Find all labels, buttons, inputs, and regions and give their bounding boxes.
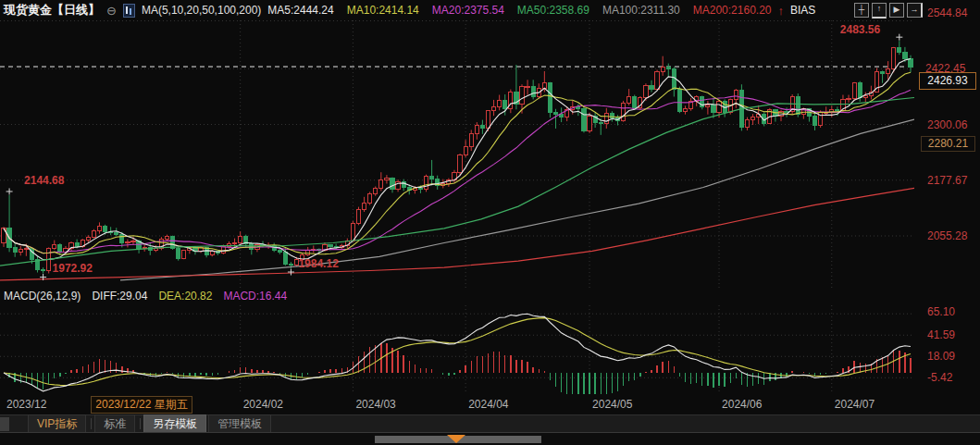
- tab-standard[interactable]: 标准: [94, 414, 135, 434]
- axis-price-label: 41.59: [927, 328, 955, 341]
- candlestick-style-icon[interactable]: [123, 4, 135, 18]
- price-annotation: 2144.68: [24, 174, 64, 187]
- trading-app: { "header": { "title": "现货黄金【日线】", "coll…: [0, 0, 980, 445]
- macd-chart-canvas[interactable]: [0, 305, 914, 394]
- tab-save-template[interactable]: 另存模板: [143, 414, 206, 434]
- symbol-title: 现货黄金【日线】: [4, 2, 100, 19]
- macd-diff-value: DIFF:29.04: [92, 290, 147, 303]
- date-label: 2024/05: [592, 398, 632, 411]
- ma-legend: MA5:2444.24MA10:2414.14MA20:2375.54MA50:…: [267, 4, 771, 17]
- date-axis: 2023/122023/12/22 星期五2024/022024/032024/…: [0, 396, 980, 413]
- date-label: 2024/02: [243, 398, 283, 411]
- axis-price-label: 18.09: [927, 350, 955, 363]
- ma-legend-value: MA100:2311.30: [602, 4, 680, 17]
- tab-bar-edge[interactable]: [0, 417, 9, 431]
- price-axis: 2422.45 2426.93 2280.21 2544.842300.0621…: [914, 0, 980, 426]
- chart-scrollbar[interactable]: [0, 432, 980, 445]
- template-tab-bar: VIP指标 标准 另存模板 管理模板: [0, 414, 980, 432]
- date-label: 2024/06: [722, 398, 762, 411]
- macd-bar-value: MACD:16.44: [223, 290, 287, 303]
- axis-price-label: 2055.28: [927, 229, 967, 242]
- macd-dea-value: DEA:20.82: [158, 290, 212, 303]
- date-label: 2023/12: [6, 398, 46, 411]
- tab-vip-indicators[interactable]: VIP指标: [28, 414, 86, 434]
- price-annotation: 1984.12: [298, 257, 338, 270]
- axis-price-label: 2300.06: [927, 118, 967, 131]
- price-annotation: 2483.56: [840, 23, 880, 36]
- price-chart-canvas[interactable]: [0, 20, 914, 289]
- tab-separator: [91, 418, 92, 429]
- current-price-box: 2426.93: [919, 72, 976, 90]
- secondary-price-box: 2280.21: [921, 136, 975, 152]
- ma-legend-value: MA200:2160.20: [693, 4, 772, 17]
- bias-indicator-label[interactable]: BIAS: [790, 4, 815, 17]
- ma-legend-value: MA50:2358.69: [517, 4, 589, 17]
- ma-legend-value: MA10:2414.14: [347, 4, 419, 17]
- axis-price-label: -5.42: [927, 371, 952, 384]
- date-label: 2024/04: [468, 398, 508, 411]
- date-label-selected: 2023/12/22 星期五: [91, 396, 192, 414]
- macd-header: MACD(26,12,9) DIFF:29.04 DEA:20.82 MACD:…: [4, 290, 287, 303]
- tab-manage-template[interactable]: 管理模板: [208, 414, 271, 434]
- macd-parameter-label: MACD(26,12,9): [4, 290, 81, 303]
- collapse-icon[interactable]: ⊖: [106, 4, 117, 18]
- ma-legend-value: MA5:2444.24: [267, 4, 333, 17]
- axis-price-label: 65.10: [927, 305, 955, 318]
- price-chart-panel[interactable]: 2144.681972.921984.122483.56: [0, 20, 914, 289]
- chart-header: 现货黄金【日线】 ⊖ MA(5,10,20,50,100,200) MA5:24…: [0, 0, 980, 20]
- tab-separator: [140, 418, 141, 429]
- price-annotation: 1972.92: [53, 262, 93, 275]
- macd-panel[interactable]: [0, 305, 914, 394]
- scrollbar-handle-icon[interactable]: [447, 435, 465, 443]
- ma-parameter-label: MA(5,10,20,50,100,200): [142, 4, 261, 17]
- ma-legend-value: MA20:2375.54: [432, 4, 504, 17]
- date-label: 2024/03: [355, 398, 395, 411]
- date-label: 2024/07: [835, 398, 875, 411]
- bias-up-arrow-icon[interactable]: ↑: [777, 4, 784, 18]
- axis-price-label: 2177.67: [927, 174, 967, 187]
